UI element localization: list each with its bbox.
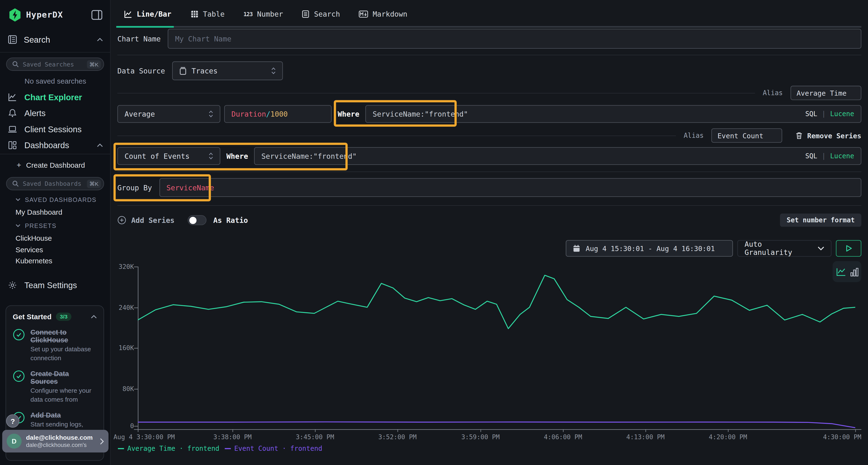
- series1-aggregation-select[interactable]: Average: [117, 105, 220, 123]
- search-icon: [12, 180, 19, 187]
- no-saved-searches-note: No saved searches: [0, 77, 111, 85]
- user-subtitle: dale@clickhouse.com's: [26, 441, 93, 448]
- lucene-mode-button[interactable]: Lucene: [830, 110, 854, 118]
- select-chevrons-icon: [209, 152, 213, 160]
- get-started-title: Get Started: [13, 312, 52, 321]
- set-number-format-button[interactable]: Set number format: [780, 213, 861, 227]
- section-divider: [117, 55, 862, 55]
- sql-mode-button[interactable]: SQL: [805, 152, 817, 160]
- group-saved-dashboards[interactable]: SAVED DASHBOARDS: [16, 196, 96, 203]
- run-query-button[interactable]: [836, 240, 862, 257]
- data-source-select[interactable]: Traces: [172, 61, 283, 80]
- x-tick: [855, 429, 856, 432]
- create-dashboard-label: Create Dashboard: [26, 161, 85, 169]
- sidebar-item-team-settings[interactable]: Team Settings: [8, 278, 103, 292]
- sidebar-item-alerts[interactable]: Alerts: [8, 106, 103, 120]
- create-dashboard-button[interactable]: + Create Dashboard: [17, 161, 85, 169]
- chevron-up-icon[interactable]: [97, 38, 103, 41]
- series1-alias-input[interactable]: Average Time: [790, 86, 862, 100]
- chevron-down-icon: [817, 246, 824, 251]
- sidebar-search-label: Search: [24, 35, 50, 44]
- section-divider: [117, 171, 862, 172]
- x-tick: [480, 429, 481, 432]
- where-label: Where: [226, 152, 248, 160]
- series2-aggregation-select[interactable]: Count of Events: [117, 147, 220, 165]
- sidebar-item-chart-explorer[interactable]: Chart Explorer: [8, 90, 103, 103]
- logo[interactable]: HyperDX: [9, 8, 63, 22]
- sidebar-item-my-dashboard[interactable]: My Dashboard: [16, 208, 62, 216]
- sidebar-item-clickhouse[interactable]: ClickHouse: [16, 234, 52, 242]
- sidebar-collapse-icon[interactable]: [91, 10, 102, 20]
- sidebar-item-label: Client Sessions: [24, 124, 82, 133]
- chart-plot[interactable]: [138, 267, 855, 429]
- group-presets[interactable]: PRESETS: [16, 222, 56, 229]
- where-value: ServiceName:"frontend": [261, 152, 356, 160]
- group-by-label: Group By: [117, 184, 152, 192]
- tab-number[interactable]: 123 Number: [244, 10, 283, 18]
- series2-where-input[interactable]: ServiceName:"frontend" SQL | Lucene: [254, 147, 861, 165]
- x-axis-tick-label: 3:45:00 PM: [296, 433, 334, 441]
- x-axis-tick-label: 4:30:00 PM: [823, 433, 861, 441]
- x-tick: [646, 429, 646, 432]
- toggle-knob: [189, 217, 197, 224]
- series2-alias-input[interactable]: Event Count: [712, 128, 782, 143]
- remove-series-button[interactable]: Remove Series: [796, 131, 862, 139]
- lucene-mode-button[interactable]: Lucene: [830, 152, 854, 160]
- markdown-icon: [359, 10, 368, 18]
- chevron-up-icon[interactable]: [91, 315, 97, 319]
- granularity-select[interactable]: Auto Granularity: [737, 240, 831, 257]
- sidebar-item-dashboards[interactable]: Dashboards: [8, 138, 103, 152]
- y-axis-tick-label: 0: [112, 422, 134, 430]
- journal-icon: [8, 35, 17, 44]
- chevron-up-icon[interactable]: [97, 143, 103, 147]
- chevron-down-icon: [16, 198, 21, 201]
- sql-mode-button[interactable]: SQL: [805, 110, 817, 118]
- help-button[interactable]: ?: [6, 414, 19, 428]
- add-series-button[interactable]: Add Series: [117, 215, 175, 225]
- database-icon: [179, 67, 187, 75]
- line-chart-icon: [8, 92, 17, 101]
- user-email: dale@clickhouse.com: [26, 434, 93, 441]
- sidebar-item-kubernetes[interactable]: Kubernetes: [16, 257, 52, 265]
- tab-line-bar[interactable]: Line/Bar: [124, 10, 172, 18]
- group-by-input[interactable]: ServiceName: [159, 178, 861, 197]
- sidebar-item-client-sessions[interactable]: Client Sessions: [8, 122, 103, 135]
- tab-track: [116, 26, 861, 28]
- saved-dashboards-input[interactable]: Saved Dashboards ⌘K: [6, 177, 104, 190]
- shortcut-badge: ⌘K: [87, 179, 101, 188]
- active-tab-underline: [116, 26, 174, 28]
- get-started-item[interactable]: Create Data Sources Configure where your…: [13, 370, 97, 404]
- field-argument: 1000: [270, 110, 288, 118]
- series1-field-input[interactable]: Duration/1000: [224, 105, 332, 123]
- chart-name-input[interactable]: [175, 34, 854, 43]
- series-separator-line: [117, 93, 755, 93]
- saved-dashboards-placeholder: Saved Dashboards: [23, 180, 83, 187]
- series1-where-input[interactable]: ServiceName:"frontend" SQL | Lucene: [366, 105, 862, 123]
- x-axis-tick-label: 3:38:00 PM: [213, 433, 252, 441]
- get-started-badge: 3/3: [56, 312, 71, 321]
- user-menu[interactable]: D dale@clickhouse.com dale@clickhouse.co…: [2, 430, 108, 453]
- tab-label: Table: [203, 10, 225, 18]
- legend-item-event-count[interactable]: Event Count · frontend: [225, 445, 322, 453]
- get-started-item[interactable]: Connect to ClickHouse Set up your databa…: [13, 329, 97, 362]
- sidebar-item-search[interactable]: Search: [8, 35, 103, 44]
- granularity-value: Auto Granularity: [745, 240, 810, 257]
- y-tick: [134, 426, 138, 427]
- as-ratio-toggle[interactable]: [188, 215, 207, 225]
- x-axis-tick-label: 4:06:00 PM: [544, 433, 582, 441]
- app-window: HyperDX Search Saved Searches ⌘K No save…: [0, 0, 868, 465]
- tab-markdown[interactable]: Markdown: [359, 10, 407, 18]
- saved-searches-input[interactable]: Saved Searches ⌘K: [6, 58, 104, 71]
- calendar-icon: [573, 244, 580, 252]
- plus-icon: +: [17, 161, 21, 169]
- tab-table[interactable]: Table: [190, 10, 225, 18]
- y-tick: [134, 267, 138, 267]
- x-axis-tick-label: 4:20:00 PM: [709, 433, 747, 441]
- series-separator-line: [117, 135, 676, 136]
- hyperdx-logo-icon: [9, 8, 21, 22]
- sidebar-item-services[interactable]: Services: [16, 245, 43, 254]
- aggregation-value: Count of Events: [125, 152, 190, 160]
- tab-search[interactable]: Search: [302, 10, 340, 18]
- legend-item-average-time[interactable]: Average Time · frontend: [118, 445, 219, 453]
- date-range-input[interactable]: Aug 4 15:30:01 - Aug 4 16:30:01: [566, 240, 733, 257]
